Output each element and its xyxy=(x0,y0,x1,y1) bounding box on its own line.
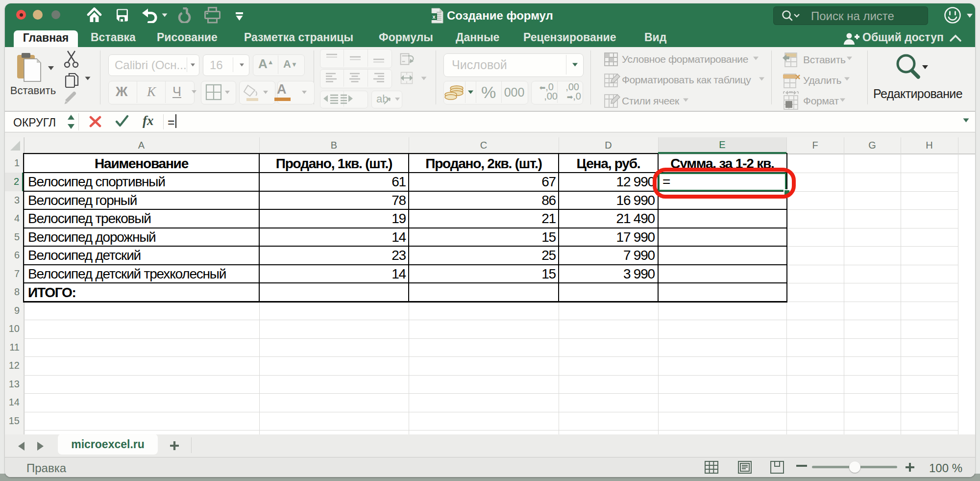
svg-text:x: x xyxy=(432,14,436,20)
